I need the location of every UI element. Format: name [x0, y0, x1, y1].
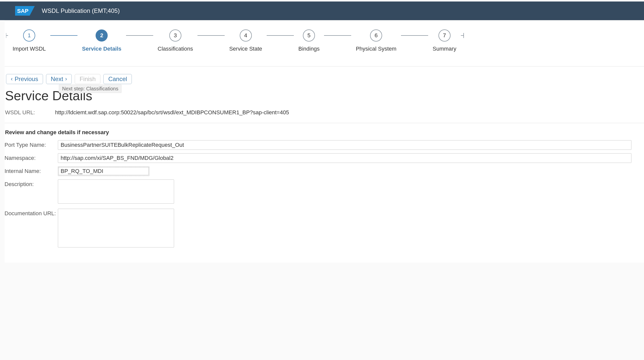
app-header: SAP WSDL Publication (EMT;405): [0, 2, 644, 20]
wizard-connector: [324, 29, 351, 42]
wizard-step-label: Service State: [225, 46, 267, 52]
internal-name-input[interactable]: [58, 166, 149, 176]
wizard-step-label: Summary: [428, 46, 461, 52]
wizard-step-number: 5: [303, 29, 315, 42]
port-type-name-input[interactable]: [58, 140, 631, 150]
form-section-subtitle: Review and change details if necessary: [5, 123, 644, 140]
chevron-left-icon: ‹: [11, 76, 13, 82]
description-label: Description:: [5, 179, 58, 188]
namespace-input[interactable]: [58, 153, 631, 163]
namespace-label: Namespace:: [5, 153, 58, 161]
wizard-progress: 1 Import WSDL 2 Service Details 3 Classi…: [5, 20, 644, 59]
next-button-tooltip: Next step: Classifications: [59, 85, 122, 93]
app-window: SAP WSDL Publication (EMT;405) 1 Import …: [0, 2, 644, 360]
wizard-connector: [267, 29, 294, 42]
doc-url-label: Documentation URL:: [5, 209, 58, 217]
wsdl-url-label: WSDL URL:: [5, 109, 35, 116]
namespace-row: Namespace:: [5, 153, 644, 163]
chevron-right-icon: ›: [65, 76, 67, 82]
sap-logo: SAP: [15, 6, 35, 16]
button-label: Next: [51, 76, 63, 83]
wizard-step-label: Service Details: [77, 46, 126, 52]
wizard-step-number: 4: [240, 29, 252, 42]
doc-url-textarea[interactable]: [58, 209, 174, 247]
port-type-name-label: Port Type Name:: [5, 140, 58, 148]
wizard-connector: [197, 29, 225, 42]
content-area: 1 Import WSDL 2 Service Details 3 Classi…: [5, 20, 644, 263]
button-label: Previous: [15, 76, 38, 83]
wizard-step-classifications[interactable]: 3 Classifications: [153, 29, 198, 52]
wizard-step-number: 3: [169, 29, 181, 42]
wizard-connector: [401, 29, 428, 42]
finish-button: Finish: [75, 74, 100, 84]
wizard-end-cap: [461, 29, 464, 42]
wizard-step-label: Classifications: [153, 46, 198, 52]
wizard-connector: [126, 29, 153, 42]
port-type-name-row: Port Type Name:: [5, 140, 644, 150]
wizard-step-service-state[interactable]: 4 Service State: [225, 29, 267, 52]
description-row: Description:: [5, 179, 644, 205]
internal-name-label: Internal Name:: [5, 166, 58, 174]
wizard-step-number: 1: [23, 29, 35, 42]
button-label: Cancel: [108, 76, 127, 83]
internal-name-row: Internal Name:: [5, 166, 644, 176]
button-label: Finish: [79, 76, 96, 83]
wizard-step-number: 6: [370, 29, 382, 42]
cancel-button[interactable]: Cancel: [103, 74, 132, 84]
wizard-step-label: Import WSDL: [8, 46, 50, 52]
previous-button[interactable]: ‹ Previous: [6, 74, 43, 84]
wizard-step-summary[interactable]: 7 Summary: [428, 29, 461, 52]
wizard-step-physical-system[interactable]: 6 Physical System: [351, 29, 401, 52]
wizard-step-label: Bindings: [294, 46, 324, 52]
wizard-button-bar: ‹ Previous Next › Finish Cancel Next ste…: [5, 66, 644, 84]
wizard-step-service-details[interactable]: 2 Service Details: [77, 29, 126, 52]
svg-text:SAP: SAP: [17, 8, 28, 14]
description-textarea[interactable]: [58, 179, 174, 204]
wizard-step-number: 7: [438, 29, 451, 42]
wizard-step-bindings[interactable]: 5 Bindings: [294, 29, 324, 52]
doc-url-row: Documentation URL:: [5, 209, 644, 249]
wizard-connector: [50, 29, 77, 42]
page-title: WSDL Publication (EMT;405): [42, 7, 120, 14]
wsdl-url-row: WSDL URL: http://ldciemt.wdf.sap.corp:50…: [5, 103, 644, 123]
wizard-step-import-wsdl[interactable]: 1 Import WSDL: [8, 29, 50, 52]
wizard-step-number: 2: [96, 29, 108, 42]
wizard-step-label: Physical System: [351, 46, 401, 52]
next-button[interactable]: Next ›: [46, 74, 72, 84]
wizard-start-cap: [5, 29, 8, 42]
wsdl-url-value: http://ldciemt.wdf.sap.corp:50022/sap/bc…: [55, 109, 289, 116]
